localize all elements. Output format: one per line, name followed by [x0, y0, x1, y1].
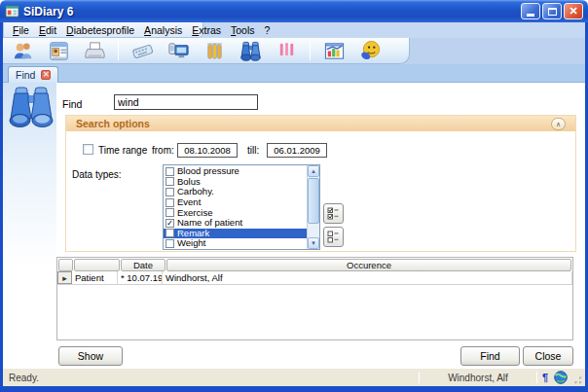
datatype-label: Blood pressure: [177, 166, 307, 176]
close-window-button[interactable]: ✕: [564, 3, 583, 19]
unchecked-checkbox-icon[interactable]: [165, 208, 174, 217]
search-options-group: Search options ∧ Time range from: till: …: [65, 115, 576, 252]
statistics-button[interactable]: [321, 38, 347, 63]
datatype-weight[interactable]: Weight: [164, 238, 307, 249]
listbox-scrollbar[interactable]: ▲ ▼: [307, 165, 319, 249]
menu-diabetesprofile[interactable]: Diabetesprofile: [61, 23, 139, 37]
unchecked-checkbox-icon[interactable]: [165, 229, 174, 237]
status-text: Ready.: [3, 373, 419, 383]
time-range-label: Time range: [98, 145, 147, 156]
keyboard-entry-button[interactable]: [129, 38, 155, 63]
checked-checkbox-icon[interactable]: ✓: [165, 219, 174, 228]
column-header-0[interactable]: [58, 259, 73, 271]
data-types-label: Data types:: [72, 169, 122, 180]
datatype-event[interactable]: Event: [164, 197, 307, 208]
lab-values-button[interactable]: [202, 38, 227, 63]
close-icon: ✕: [569, 6, 577, 17]
scrollbar-thumb[interactable]: [308, 178, 319, 224]
device-import-button[interactable]: [165, 38, 191, 63]
patients-icon: [12, 40, 34, 62]
patients-button[interactable]: [10, 38, 35, 63]
smiley-button[interactable]: [357, 38, 383, 63]
column-header-1[interactable]: [74, 259, 120, 271]
date-from-input[interactable]: [177, 143, 238, 158]
app-icon: [5, 4, 19, 18]
globe-button[interactable]: [553, 371, 569, 384]
toolbar-separator: [310, 41, 311, 60]
collapse-button[interactable]: ∧: [551, 118, 566, 130]
menu-analysis[interactable]: Analysis: [139, 23, 187, 37]
search-options-title: Search options: [76, 118, 551, 129]
time-range-checkbox[interactable]: [83, 144, 93, 155]
pilcrow-icon: ¶: [537, 372, 553, 383]
print-icon: [84, 40, 106, 62]
uncheck-all-icon: [327, 231, 340, 243]
app-window: SiDiary 6 ✕ FileEditDiabetesprofileAnaly…: [0, 0, 588, 392]
menu-file[interactable]: File: [8, 23, 34, 37]
datatype-label: Weight: [177, 238, 307, 248]
datatype-label: Exercise: [177, 208, 307, 218]
unchecked-checkbox-icon[interactable]: [165, 167, 174, 176]
table-row[interactable]: ▸Patient* 10.07.1967Windhorst, Alf: [57, 271, 572, 285]
smiley-icon: [359, 40, 382, 62]
till-label: till:: [247, 145, 259, 156]
scroll-down-icon[interactable]: ▼: [308, 237, 319, 249]
tab-find[interactable]: Find ✕: [8, 66, 58, 83]
title-bar: SiDiary 6 ✕: [0, 0, 588, 22]
results-header: DateOccurence: [57, 258, 572, 271]
datatype-label: Event: [177, 197, 307, 207]
check-all-button[interactable]: [323, 203, 344, 224]
maximize-button[interactable]: [542, 3, 562, 19]
window-title: SiDiary 6: [23, 5, 519, 18]
check-all-icon: [327, 207, 340, 220]
pens-icon: [276, 40, 298, 62]
datatype-exercise[interactable]: Exercise: [164, 207, 307, 218]
find-button-toolbar[interactable]: [238, 38, 263, 63]
unchecked-checkbox-icon[interactable]: [165, 239, 174, 248]
column-header-occurence[interactable]: Occurence: [166, 259, 571, 271]
show-button[interactable]: Show: [58, 346, 123, 366]
unchecked-checkbox-icon[interactable]: [165, 198, 174, 207]
date-till-input[interactable]: [267, 143, 327, 158]
uncheck-all-button[interactable]: [323, 227, 344, 247]
search-options-header: Search options ∧: [66, 116, 575, 131]
menu-tools[interactable]: Tools: [226, 23, 260, 37]
scroll-up-icon[interactable]: ▲: [308, 165, 319, 177]
menu-bar: FileEditDiabetesprofileAnalysisExtrasToo…: [3, 22, 585, 38]
data-types-items: Blood pressureBolusCarbohy.EventExercise…: [164, 166, 307, 249]
patient-profile-button[interactable]: [46, 38, 71, 63]
menu-help[interactable]: ?: [260, 23, 276, 37]
window-border-left: [0, 22, 3, 392]
pens-button[interactable]: [274, 38, 299, 63]
unchecked-checkbox-icon[interactable]: [165, 188, 174, 196]
row-category: Patient: [72, 271, 118, 284]
row-occurrence: Windhorst, Alf: [163, 271, 572, 284]
column-header-date[interactable]: Date: [121, 259, 165, 271]
print-button[interactable]: [82, 38, 107, 63]
find-label: Find: [62, 98, 82, 110]
find-binoculars-icon: [9, 86, 54, 128]
find-input[interactable]: [114, 94, 258, 110]
close-button[interactable]: Close: [523, 346, 573, 366]
datatype-carbohy-[interactable]: Carbohy.: [164, 187, 307, 197]
minimize-button[interactable]: [521, 3, 540, 19]
maximize-icon: [548, 8, 557, 16]
keyboard-icon: [131, 40, 154, 62]
menu-extras[interactable]: Extras: [187, 23, 226, 37]
datatype-blood-pressure[interactable]: Blood pressure: [164, 166, 307, 177]
unchecked-checkbox-icon[interactable]: [165, 177, 174, 186]
tab-close-icon[interactable]: ✕: [41, 70, 51, 80]
datatype-label: Carbohy.: [177, 187, 307, 196]
resize-grip[interactable]: [570, 373, 584, 386]
menu-edit[interactable]: Edit: [34, 23, 61, 37]
row-date: * 10.07.1967: [118, 271, 163, 284]
find-button[interactable]: Find: [460, 346, 520, 366]
datatype-remark[interactable]: Remark: [164, 229, 307, 239]
datatype-name-of-patient[interactable]: ✓Name of patient: [164, 218, 307, 229]
results-table: DateOccurence ▸Patient* 10.07.1967Windho…: [56, 257, 573, 340]
datatype-label: Remark: [177, 229, 307, 238]
toolbar-strip: [3, 38, 585, 64]
toolbar: [3, 38, 410, 64]
datatype-bolus[interactable]: Bolus: [164, 177, 307, 188]
data-types-listbox: Blood pressureBolusCarbohy.EventExercise…: [163, 164, 320, 250]
